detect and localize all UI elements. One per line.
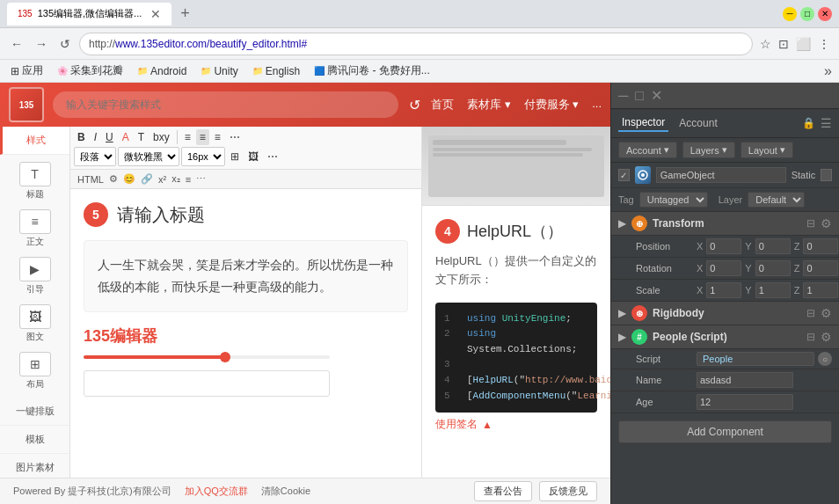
sidebar-item-oneclick[interactable]: 一键排版 — [0, 398, 69, 426]
inspector-maximize[interactable]: □ — [635, 88, 644, 104]
pos-x-input[interactable] — [706, 238, 741, 254]
right-content[interactable]: 4 HelpURL（） HelpURL（）提供一个自定义的文下所示： 1 usi… — [422, 206, 610, 478]
superscript-icon[interactable]: x² — [158, 174, 166, 185]
sign-area[interactable]: 使用签名 ▲ — [435, 417, 597, 432]
icon-btn-img[interactable]: 🖼 图文 — [9, 301, 62, 347]
name-field-input[interactable] — [697, 372, 793, 388]
bold-btn[interactable]: B — [74, 129, 89, 145]
sub-sup-btn[interactable]: bxy — [150, 129, 173, 145]
slider-area[interactable] — [84, 355, 408, 359]
age-field-input[interactable] — [697, 394, 793, 410]
text-style-btn[interactable]: T — [135, 129, 148, 145]
layout-dropdown[interactable]: Layout ▾ — [741, 142, 793, 158]
inspector-lock-icon[interactable]: 🔒 — [802, 117, 815, 129]
subscript-icon[interactable]: x₂ — [171, 173, 180, 185]
sidebar-item-template[interactable]: 模板 — [0, 426, 69, 454]
script-ref-field[interactable]: People — [697, 352, 814, 366]
align-left-btn[interactable]: ≡ — [181, 129, 194, 145]
minimize-btn[interactable]: ─ — [783, 7, 797, 21]
slider-thumb[interactable] — [220, 352, 230, 362]
scale-z-input[interactable] — [803, 282, 838, 298]
account-dropdown[interactable]: Account ▾ — [618, 142, 677, 158]
sidebar-item-images[interactable]: 图片素材 — [0, 454, 69, 478]
pos-z-input[interactable] — [803, 238, 838, 254]
more2-btn[interactable]: ⋯ — [264, 149, 281, 164]
text-input-box[interactable] — [84, 370, 330, 397]
footer-qq-link[interactable]: 加入QQ交流群 — [185, 485, 248, 498]
rigidbody-gear-icon[interactable]: ⚙ — [821, 306, 832, 320]
icon-btn-guide[interactable]: ▶ 引导 — [9, 253, 62, 299]
inspector-close[interactable]: ✕ — [651, 87, 662, 104]
people-script-header[interactable]: ▶ # People (Script) ⊟ ⚙ — [611, 325, 839, 349]
maximize-btn[interactable]: □ — [800, 7, 814, 21]
gameobject-checkbox[interactable] — [618, 169, 630, 181]
rot-x-input[interactable] — [706, 260, 741, 276]
nav-materials[interactable]: 素材库 ▾ — [467, 97, 511, 113]
nav-services[interactable]: 付费服务 ▾ — [524, 97, 580, 113]
forward-btn[interactable]: → — [32, 35, 51, 53]
transform-gear-icon[interactable]: ⚙ — [821, 216, 832, 230]
transform-header[interactable]: ▶ ⊕ Transform ⊟ ⚙ — [611, 212, 839, 236]
address-bar[interactable]: http://www.135editor.com/beautify_editor… — [79, 33, 753, 55]
font-select[interactable]: 微软雅黑 — [118, 147, 179, 166]
star-icon[interactable]: ☆ — [758, 35, 773, 53]
editor-search-input[interactable] — [53, 91, 398, 118]
transform-copy-icon[interactable]: ⊟ — [806, 217, 815, 230]
feedback-btn[interactable]: 反馈意见 — [539, 481, 597, 501]
more-btn[interactable]: ⋯ — [226, 129, 244, 145]
new-tab-btn[interactable]: + — [175, 4, 195, 23]
layers-dropdown[interactable]: Layers ▾ — [682, 142, 735, 158]
script-copy-icon[interactable]: ⊟ — [806, 331, 815, 343]
screenshot-icon[interactable]: ⬜ — [794, 35, 813, 53]
bookmarks-more-btn[interactable]: » — [824, 63, 832, 79]
italic-btn[interactable]: I — [91, 129, 100, 145]
rot-z-input[interactable] — [803, 260, 838, 276]
inspector-minimize[interactable]: ─ — [618, 88, 628, 104]
script-select-btn[interactable]: ○ — [818, 352, 832, 366]
search-refresh-icon[interactable]: ↺ — [407, 95, 422, 115]
more-icon[interactable]: ⋯ — [196, 173, 206, 185]
bookmark-android[interactable]: 📁 Android — [134, 63, 190, 79]
table-btn[interactable]: ⊞ — [227, 149, 243, 164]
add-component-btn[interactable]: Add Component — [618, 420, 832, 443]
rigidbody-header[interactable]: ▶ ⊛ Rigidbody ⊟ ⚙ — [611, 302, 839, 325]
script-gear-icon[interactable]: ⚙ — [821, 330, 832, 344]
apps-bookmark[interactable]: ⊞ 应用 — [7, 62, 47, 80]
menu-icon[interactable]: ⋮ — [816, 35, 832, 53]
cast-icon[interactable]: ⊡ — [777, 35, 791, 53]
pos-y-input[interactable] — [755, 238, 791, 254]
inspector-menu-icon[interactable]: ☰ — [821, 116, 832, 130]
editor-content-area[interactable]: 5 请输入标题 人一生下就会哭，笑是后来才学会的。所以忧伤是一种低级的本能，而快… — [70, 189, 421, 478]
tag-dropdown[interactable]: Untagged — [639, 192, 708, 208]
tab-account[interactable]: Account — [675, 115, 720, 131]
emoji-icon[interactable]: 😊 — [123, 173, 135, 185]
nav-home[interactable]: 首页 — [431, 97, 454, 113]
bookmark-tencent[interactable]: 🟦 腾讯问卷 - 免费好用... — [310, 62, 434, 80]
browser-tab[interactable]: 135 135编辑器,微信编辑器... ✕ — [7, 3, 171, 26]
rot-y-input[interactable] — [755, 260, 791, 276]
rigidbody-copy-icon[interactable]: ⊟ — [806, 307, 815, 319]
nav-more[interactable]: ... — [592, 97, 602, 113]
align-center-btn[interactable]: ≡ — [196, 129, 209, 145]
icon-btn-layout[interactable]: ⊞ 布局 — [9, 348, 62, 394]
layer-dropdown[interactable]: Default — [748, 192, 805, 208]
content-text-area[interactable]: 人一生下就会哭，笑是后来才学会的。所以忧伤是一种低级的本能，而快乐是一种更高级的… — [84, 240, 408, 312]
close-btn[interactable]: ✕ — [818, 7, 832, 21]
static-checkbox[interactable] — [821, 169, 832, 181]
align-right-btn[interactable]: ≡ — [211, 129, 224, 145]
size-select[interactable]: 16px — [181, 147, 225, 166]
bookmark-english[interactable]: 📁 English — [249, 63, 303, 79]
back-btn[interactable]: ← — [7, 35, 26, 53]
bookmark-unity[interactable]: 📁 Unity — [197, 63, 241, 79]
icon-btn-title[interactable]: T 标题 — [9, 158, 62, 204]
scale-y-input[interactable] — [755, 282, 791, 298]
font-color-btn[interactable]: A — [119, 129, 133, 145]
underline-btn[interactable]: U — [102, 129, 117, 145]
gameobject-name-input[interactable] — [656, 167, 786, 183]
bookmark-huaban[interactable]: 🌸 采集到花瓣 — [54, 62, 127, 80]
scale-x-input[interactable] — [706, 282, 741, 298]
img-insert-btn[interactable]: 🖼 — [244, 149, 262, 164]
footer-cookie-link[interactable]: 清除Cookie — [261, 485, 310, 498]
link-icon[interactable]: 🔗 — [141, 173, 153, 185]
paragraph-select[interactable]: 段落 — [74, 147, 116, 166]
